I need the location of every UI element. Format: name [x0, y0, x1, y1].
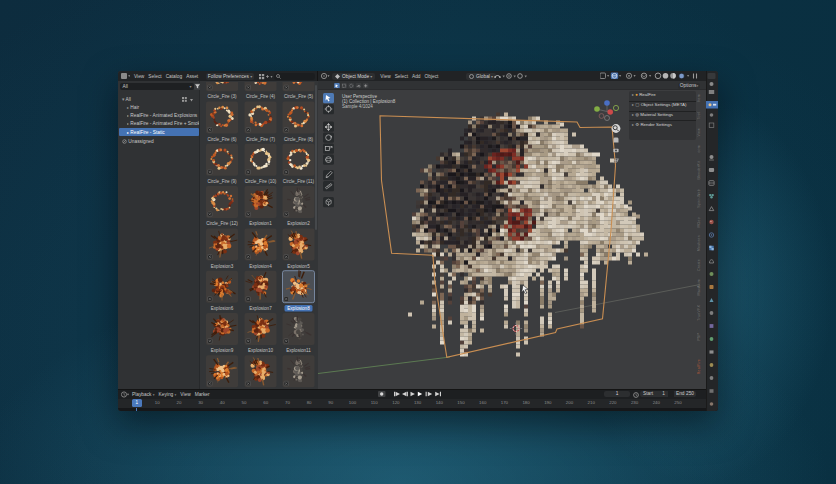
- svg-text:Circle_Fire (12): Circle_Fire (12): [206, 221, 238, 226]
- svg-text:Explosion4: Explosion4: [249, 263, 272, 268]
- svg-text:Circle_Fire (7): Circle_Fire (7): [246, 136, 276, 141]
- svg-text:Explosion10: Explosion10: [248, 348, 273, 353]
- svg-text:Explosion9: Explosion9: [211, 348, 234, 353]
- svg-text:Explosion3: Explosion3: [211, 263, 234, 268]
- svg-text:Circle_Fire (9): Circle_Fire (9): [207, 179, 237, 184]
- svg-text:Circle_Fire (4): Circle_Fire (4): [246, 94, 276, 99]
- svg-text:Circle_Fire (8): Circle_Fire (8): [284, 136, 314, 141]
- svg-text:Circle_Fire (5): Circle_Fire (5): [284, 94, 314, 99]
- svg-text:Explosion8: Explosion8: [287, 305, 310, 310]
- svg-text:Explosion1: Explosion1: [249, 221, 272, 226]
- svg-text:Circle_Fire (3): Circle_Fire (3): [207, 94, 237, 99]
- svg-text:Circle_Fire (10): Circle_Fire (10): [245, 179, 277, 184]
- svg-text:Circle_Fire (11): Circle_Fire (11): [283, 179, 315, 184]
- svg-text:Explosion6: Explosion6: [211, 305, 234, 310]
- svg-text:Explosion7: Explosion7: [249, 305, 272, 310]
- svg-text:Explosion2: Explosion2: [287, 221, 310, 226]
- svg-text:Circle_Fire (6): Circle_Fire (6): [207, 136, 237, 141]
- svg-text:Explosion11: Explosion11: [286, 348, 311, 353]
- svg-text:Explosion5: Explosion5: [287, 263, 310, 268]
